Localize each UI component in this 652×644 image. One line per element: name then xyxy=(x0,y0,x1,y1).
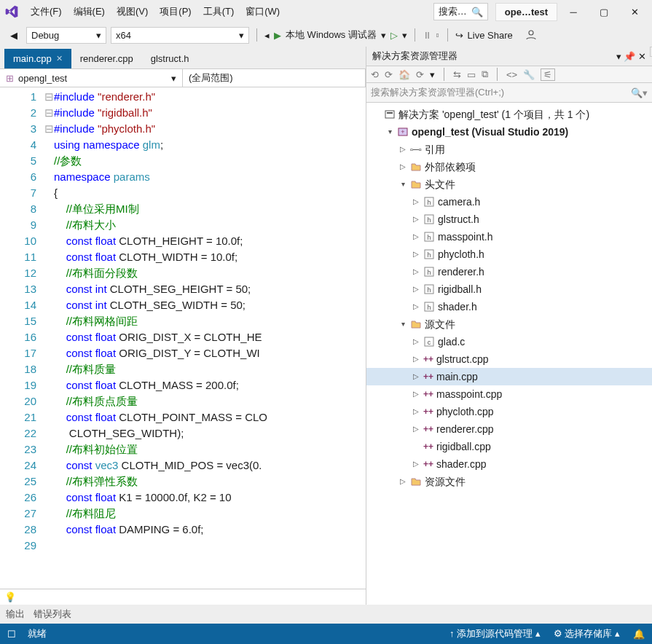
wrench-icon[interactable]: 🔧 xyxy=(523,69,535,80)
tree-icon xyxy=(384,109,396,120)
tree-icon: ++ xyxy=(423,386,433,402)
lightbulb-icon[interactable]: 💡 xyxy=(4,592,16,602)
config-combo[interactable]: Debug▾ xyxy=(26,27,106,44)
tree-item-opengl_test-Visual-Studio-2019-[interactable]: ▾+opengl_test (Visual Studio 2019) xyxy=(366,123,652,141)
tab-main-cpp[interactable]: main.cpp✕ xyxy=(4,49,71,68)
code-icon[interactable]: <> xyxy=(506,69,517,80)
close-button[interactable]: ✕ xyxy=(620,0,649,23)
scope-combo-project[interactable]: ⊞opengl_test▾ xyxy=(0,69,183,87)
start-no-debug-button[interactable]: ▷ xyxy=(390,30,398,41)
menu-项目[interactable]: 项目(P) xyxy=(154,3,197,20)
tab-renderer-cpp[interactable]: renderer.cpp xyxy=(71,49,142,68)
account-icon[interactable] xyxy=(525,28,538,42)
bottom-tab-错误列表[interactable]: 错误列表 xyxy=(34,608,71,621)
search-placeholder: 搜索… xyxy=(439,5,467,18)
tree-icon: ++ xyxy=(423,421,433,437)
minimize-button[interactable]: ─ xyxy=(559,0,588,23)
svg-text:+: + xyxy=(401,128,404,136)
platform-combo[interactable]: x64▾ xyxy=(111,27,249,44)
tree-item--[interactable]: ▾源文件 xyxy=(366,315,652,333)
tree-item--opengl_test-1-1-[interactable]: 解决方案 'opengl_test' (1 个项目，共 1 个) xyxy=(366,106,652,123)
main-toolbar: ◀ Debug▾ x64▾ ◂ ▶ 本地 Windows 调试器 ▾ ▷ ▾ ⏸… xyxy=(0,23,652,47)
code-nav-bar: ⊞opengl_test▾ (全局范围) xyxy=(0,68,366,87)
refresh-icon[interactable]: ⧉ xyxy=(482,68,488,80)
editor-panel: main.cpp✕renderer.cppglstruct.h ⊞opengl_… xyxy=(0,47,366,605)
nav-back-icon[interactable]: ◀ xyxy=(6,30,22,41)
close-panel-icon[interactable]: ✕ xyxy=(638,51,646,62)
svg-point-0 xyxy=(529,31,533,35)
tree-item-phycloth-h[interactable]: ▷hphycloth.h xyxy=(366,246,652,263)
close-tab-icon[interactable]: ✕ xyxy=(56,54,63,63)
liveshare-icon[interactable]: ↪ xyxy=(455,30,463,41)
fold-gutter[interactable]: ⊟ ⊟ ⊟ xyxy=(44,87,54,589)
tree-icon: ▫─▫ xyxy=(410,141,422,157)
global-search[interactable]: 搜索… 🔍 xyxy=(433,3,488,20)
tree-item--[interactable]: ▷▫─▫引用 xyxy=(366,141,652,158)
tree-item-masspoint-h[interactable]: ▷hmasspoint.h xyxy=(366,228,652,246)
tree-icon: ++ xyxy=(423,404,433,420)
tree-icon xyxy=(410,178,422,190)
tree-icon: ++ xyxy=(423,439,433,455)
tree-icon: h xyxy=(423,213,435,225)
tree-item-rigidball-h[interactable]: ▷hrigidball.h xyxy=(366,280,652,298)
tree-item-glstruct-cpp[interactable]: ▷++glstruct.cpp xyxy=(366,350,652,368)
svg-text:h: h xyxy=(427,216,431,224)
dropdown-icon[interactable]: ▾ xyxy=(616,51,621,62)
sync-icon[interactable]: ⟳ xyxy=(416,69,424,80)
tree-icon: ++ xyxy=(423,351,433,367)
tree-item-renderer-cpp[interactable]: ▷++renderer.cpp xyxy=(366,420,652,438)
svg-rect-2 xyxy=(387,112,393,114)
tree-item-main-cpp[interactable]: ▷++main.cpp xyxy=(366,368,652,385)
menu-工具[interactable]: 工具(T) xyxy=(197,3,240,20)
tree-item-rigidball-cpp[interactable]: ++rigidball.cpp xyxy=(366,438,652,455)
tree-icon: h xyxy=(423,283,435,295)
notifications-icon[interactable]: 🔔 xyxy=(633,629,645,640)
menu-编辑[interactable]: 编辑(E) xyxy=(68,3,111,20)
tree-item-glstruct-h[interactable]: ▷hglstruct.h xyxy=(366,211,652,228)
tree-item-phycloth-cpp[interactable]: ▷++phycloth.cpp xyxy=(366,403,652,420)
pin-icon[interactable]: 📌 xyxy=(624,51,635,62)
status-ready: 就绪 xyxy=(28,627,47,640)
start-debug-button[interactable]: ▶ xyxy=(274,30,281,41)
tree-icon: + xyxy=(397,126,409,138)
back-icon[interactable]: ⟲ xyxy=(371,69,379,80)
home-icon[interactable]: 🏠 xyxy=(398,69,410,80)
show-all-icon[interactable]: ▭ xyxy=(467,69,476,80)
tree-item-camera-h[interactable]: ▷hcamera.h xyxy=(366,193,652,211)
solution-explorer-title: 解决方案资源管理器 xyxy=(372,50,457,63)
svg-text:h: h xyxy=(427,269,431,276)
tree-item-glad-c[interactable]: ▷cglad.c xyxy=(366,333,652,350)
menu-视图[interactable]: 视图(V) xyxy=(111,3,154,20)
code-content[interactable]: #include "renderer.h"#include "rigidball… xyxy=(54,87,366,589)
collapse-icon[interactable]: ⇆ xyxy=(453,69,461,80)
tree-item--[interactable]: ▷外部依赖项 xyxy=(366,158,652,176)
maximize-button[interactable]: ▢ xyxy=(589,0,618,23)
menu-窗口[interactable]: 窗口(W) xyxy=(240,3,286,20)
tree-item--[interactable]: ▾头文件 xyxy=(366,176,652,193)
tab-glstruct-h[interactable]: glstruct.h xyxy=(142,49,198,68)
liveshare-label[interactable]: Live Share xyxy=(468,30,513,41)
platform-label: x64 xyxy=(116,30,131,41)
bottom-tab-输出[interactable]: 输出 xyxy=(6,608,25,621)
repo-select-button[interactable]: ⚙ 选择存储库 ▴ xyxy=(554,627,620,640)
forward-icon[interactable]: ⟳ xyxy=(385,69,393,80)
step-icon[interactable]: ⏸ ▯ xyxy=(423,30,440,41)
code-editor[interactable]: 1234567891011121314151617181920212223242… xyxy=(0,87,366,589)
tree-item-renderer-h[interactable]: ▷hrenderer.h xyxy=(366,263,652,280)
properties-icon[interactable]: ⚟ xyxy=(541,68,555,81)
solution-tree[interactable]: 解决方案 'opengl_test' (1 个项目，共 1 个)▾+opengl… xyxy=(366,103,652,605)
debugger-label[interactable]: 本地 Windows 调试器 xyxy=(286,28,377,42)
tree-icon: h xyxy=(423,196,435,208)
svg-text:c: c xyxy=(428,339,431,346)
solution-search[interactable]: 搜索解决方案资源管理器(Ctrl+;) 🔍▾ xyxy=(366,83,652,103)
feedback-icon[interactable]: ☐ xyxy=(7,629,16,640)
nav-prev-icon[interactable]: ◂ xyxy=(264,30,270,41)
title-bar: 文件(F)编辑(E)视图(V)项目(P)工具(T)窗口(W) 搜索… 🔍 ope… xyxy=(0,0,652,23)
tree-item-masspoint-cpp[interactable]: ▷++masspoint.cpp xyxy=(366,385,652,403)
tree-item-shader-h[interactable]: ▷hshader.h xyxy=(366,298,652,315)
source-control-button[interactable]: ↑ 添加到源代码管理 ▴ xyxy=(449,627,541,640)
menu-文件[interactable]: 文件(F) xyxy=(25,3,68,20)
tree-item-shader-cpp[interactable]: ▷++shader.cpp xyxy=(366,455,652,473)
tree-item--[interactable]: ▷资源文件 xyxy=(366,473,652,490)
scope-combo-scope[interactable]: (全局范围) xyxy=(183,69,366,87)
